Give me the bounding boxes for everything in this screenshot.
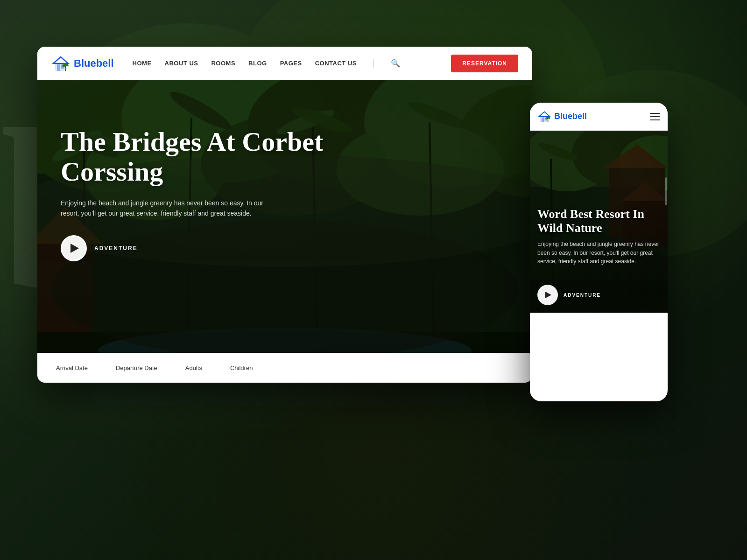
nav-link-about[interactable]: ABOUT US [165, 60, 198, 67]
mobile-logo[interactable]: Bluebell [537, 110, 587, 124]
nav-link-contact[interactable]: CONTACT US [315, 60, 357, 67]
children-field[interactable]: Children [230, 364, 253, 371]
desktop-navbar: Bluebell HOME ABOUT US ROOMS BLOG PAGES … [37, 47, 532, 80]
logo-icon [51, 54, 70, 73]
adults-field[interactable]: Adults [185, 364, 202, 371]
mobile-navbar: Bluebell [530, 103, 668, 131]
mobile-hero: Word Best Resort In Wild Nature Enjoying… [530, 131, 668, 313]
mobile-logo-icon [537, 110, 551, 124]
hero-content: The Bridges At Corbet Corssing Enjoying … [61, 127, 331, 261]
hamburger-line-1 [650, 113, 660, 114]
reservation-button[interactable]: RESERVATION [451, 55, 518, 72]
svg-rect-58 [542, 117, 544, 122]
hero-play-row: ADVENTURE [61, 235, 331, 261]
desktop-logo-text: Bluebell [74, 57, 114, 70]
desktop-mockup: Bluebell HOME ABOUT US ROOMS BLOG PAGES … [37, 47, 532, 383]
hero-title: The Bridges At Corbet Corssing [61, 127, 331, 187]
desktop-logo[interactable]: Bluebell [51, 54, 114, 73]
svg-marker-17 [53, 57, 68, 63]
departure-date-field[interactable]: Departure Date [116, 364, 157, 371]
mobile-hero-title: Word Best Resort In Wild Nature [537, 207, 660, 235]
nav-link-home[interactable]: HOME [133, 60, 152, 67]
hamburger-line-3 [650, 119, 660, 120]
svg-rect-18 [57, 64, 60, 71]
booking-bar: Arrival Date Departure Date Adults Child… [37, 353, 532, 383]
search-icon[interactable]: 🔍 [391, 59, 400, 68]
svg-marker-57 [539, 112, 550, 117]
nav-divider [374, 59, 374, 68]
nav-link-pages[interactable]: PAGES [280, 60, 302, 67]
mobile-adventure-label: ADVENTURE [564, 293, 601, 298]
nav-link-rooms[interactable]: ROOMS [211, 60, 235, 67]
hamburger-line-2 [650, 116, 660, 117]
mobile-mockup: Bluebell [530, 103, 668, 401]
mobile-play-row: ADVENTURE [537, 285, 601, 305]
desktop-hero: The Bridges At Corbet Corssing Enjoying … [37, 80, 532, 383]
nav-link-blog[interactable]: BLOG [248, 60, 267, 67]
mobile-play-button[interactable] [537, 285, 558, 305]
mobile-logo-text: Bluebell [554, 112, 587, 121]
mobile-hero-subtitle: Enjoying the beach and jungle greenry ha… [537, 240, 660, 266]
mobile-hero-content: Word Best Resort In Wild Nature Enjoying… [537, 207, 660, 266]
hero-subtitle: Enjoying the beach and jungle greenry ha… [61, 198, 271, 219]
hamburger-menu[interactable] [650, 113, 660, 120]
adventure-label: ADVENTURE [94, 245, 138, 252]
desktop-nav-links: HOME ABOUT US ROOMS BLOG PAGES CONTACT U… [133, 59, 451, 68]
play-button[interactable] [61, 235, 87, 261]
arrival-date-field[interactable]: Arrival Date [56, 364, 88, 371]
